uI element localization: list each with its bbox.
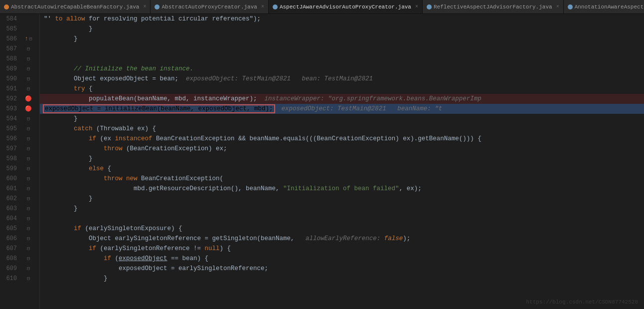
- gutter-icons-599: ⊟: [21, 166, 36, 172]
- line-number-589: 589: [0, 65, 21, 72]
- gutter-row-591: 591⊟: [0, 84, 39, 94]
- line-number-609: 609: [0, 265, 21, 272]
- tab-close-tab2[interactable]: ×: [261, 4, 264, 9]
- line-number-606: 606: [0, 235, 21, 242]
- line-number-598: 598: [0, 155, 21, 162]
- code-line-595: catch (Throwable ex) {: [40, 124, 644, 134]
- gutter-row-597: 597⊟: [0, 144, 39, 154]
- gutter-icons-588: ⊟: [21, 56, 36, 62]
- gutter-row-594: 594⊟: [0, 114, 39, 124]
- line-number-593: 593: [0, 105, 21, 112]
- gutter-row-595: 595⊟: [0, 124, 39, 134]
- fold-icon-610: ⊟: [27, 276, 30, 282]
- gutter-icons-603: ⊟: [21, 206, 36, 212]
- code-line-609: exposedObject = earlySingletonReference;: [40, 264, 644, 274]
- tab-close-tab3[interactable]: ×: [415, 4, 418, 9]
- code-line-603: }: [40, 204, 644, 214]
- code-line-604: [40, 214, 644, 224]
- breakpoint-icon-592[interactable]: 🔴: [25, 96, 32, 102]
- fold-icon-608: ⊟: [27, 256, 30, 262]
- code-line-593: exposedObject = initializeBean(beanName,…: [40, 104, 644, 114]
- line-number-607: 607: [0, 245, 21, 252]
- fold-icon-598: ⊟: [27, 156, 30, 162]
- gutter-icons-595: ⊟: [21, 126, 36, 132]
- fold-icon-603: ⊟: [27, 206, 30, 212]
- gutter-icons-591: ⊟: [21, 86, 36, 92]
- code-line-605: if (earlySingletonExposure) {: [40, 224, 644, 234]
- fold-icon-594: ⊟: [27, 116, 30, 122]
- fold-icon-599: ⊟: [27, 166, 30, 172]
- code-area: 584585586↑⊟587⊟588⊟589⊟590⊟591⊟592🔴593🔴5…: [0, 14, 644, 309]
- code-line-602: }: [40, 194, 644, 204]
- tab-label-tab5: AnnotationAwareAspectJAutoProxyCreator.j…: [575, 4, 644, 10]
- line-number-601: 601: [0, 185, 21, 192]
- gutter-row-590: 590⊟: [0, 74, 39, 84]
- code-line-592: populateBean(beanName, mbd, instanceWrap…: [40, 94, 644, 104]
- code-line-600: throw new BeanCreationException(: [40, 174, 644, 184]
- gutter-icons-609: ⊟: [21, 266, 36, 272]
- gutter-row-584: 584: [0, 14, 39, 24]
- code-line-596: if (ex instanceof BeanCreationException …: [40, 134, 644, 144]
- gutter-row-602: 602⊟: [0, 194, 39, 204]
- line-number-595: 595: [0, 125, 21, 132]
- gutter-row-601: 601⊟: [0, 184, 39, 194]
- code-line-584: "' to allow for resolving potential circ…: [40, 14, 644, 24]
- line-number-605: 605: [0, 225, 21, 232]
- line-number-600: 600: [0, 175, 21, 182]
- gutter-icons-593: 🔴: [21, 106, 36, 112]
- gutter-row-599: 599⊟: [0, 164, 39, 174]
- gutter-icons-600: ⊟: [21, 176, 36, 182]
- gutter-row-596: 596⊟: [0, 134, 39, 144]
- line-number-588: 588: [0, 55, 21, 62]
- code-line-590: Object exposedObject = bean; exposedObje…: [40, 74, 644, 84]
- line-number-587: 587: [0, 45, 21, 52]
- gutter-row-608: 608⊟: [0, 254, 39, 264]
- gutter-row-606: 606⊟: [0, 234, 39, 244]
- tab-icon-tab4: [427, 4, 432, 9]
- tab-tab5[interactable]: AnnotationAwareAspectJAutoProxyCreator.j…: [564, 0, 644, 13]
- code-line-608: if (exposedObject == bean) {: [40, 254, 644, 264]
- fold-icon-586: ⊟: [29, 36, 32, 42]
- gutter-icons-597: ⊟: [21, 146, 36, 152]
- tab-tab4[interactable]: ReflectiveAspectJAdvisorFactory.java×: [423, 0, 564, 13]
- line-gutter: 584585586↑⊟587⊟588⊟589⊟590⊟591⊟592🔴593🔴5…: [0, 14, 40, 309]
- gutter-icons-607: ⊟: [21, 246, 36, 252]
- gutter-icons-594: ⊟: [21, 116, 36, 122]
- fold-icon-602: ⊟: [27, 196, 30, 202]
- gutter-row-587: 587⊟: [0, 44, 39, 54]
- tab-tab3[interactable]: AspectJAwareAdvisorAutoProxyCreator.java…: [269, 0, 423, 13]
- gutter-icons-586: ↑⊟: [21, 35, 36, 42]
- code-line-591: try {: [40, 84, 644, 94]
- line-number-594: 594: [0, 115, 21, 122]
- code-line-607: if (earlySingletonReference != null) {: [40, 244, 644, 254]
- gutter-row-592: 592🔴: [0, 94, 39, 104]
- code-content[interactable]: "' to allow for resolving potential circ…: [40, 14, 644, 309]
- tab-tab1[interactable]: AbstractAutowireCapableBeanFactory.java×: [0, 0, 151, 13]
- fold-icon-587: ⊟: [27, 46, 30, 52]
- gutter-icons-590: ⊟: [21, 76, 36, 82]
- gutter-icons-596: ⊟: [21, 136, 36, 142]
- tab-icon-tab2: [155, 4, 160, 9]
- tab-label-tab1: AbstractAutowireCapableBeanFactory.java: [11, 4, 139, 10]
- tab-tab2[interactable]: AbstractAutoProxyCreator.java×: [151, 0, 268, 13]
- tab-label-tab2: AbstractAutoProxyCreator.java: [161, 4, 257, 10]
- line-number-596: 596: [0, 135, 21, 142]
- gutter-icons-587: ⊟: [21, 46, 36, 52]
- code-line-599: else {: [40, 164, 644, 174]
- tab-close-tab4[interactable]: ×: [556, 4, 559, 9]
- gutter-icons-608: ⊟: [21, 256, 36, 262]
- line-number-584: 584: [0, 15, 21, 22]
- fold-icon-589: ⊟: [27, 66, 30, 72]
- fold-icon-604: ⊟: [27, 216, 30, 222]
- gutter-row-586: 586↑⊟: [0, 34, 39, 44]
- gutter-row-610: 610⊟: [0, 274, 39, 284]
- gutter-icons-589: ⊟: [21, 66, 36, 72]
- tab-close-tab1[interactable]: ×: [143, 4, 146, 9]
- line-number-591: 591: [0, 85, 21, 92]
- tab-icon-tab5: [568, 4, 573, 9]
- tab-label-tab4: ReflectiveAspectJAdvisorFactory.java: [434, 4, 552, 10]
- gutter-row-585: 585: [0, 24, 39, 34]
- line-number-585: 585: [0, 25, 21, 32]
- line-number-586: 586: [0, 35, 21, 42]
- breakpoint-icon-593[interactable]: 🔴: [25, 106, 32, 112]
